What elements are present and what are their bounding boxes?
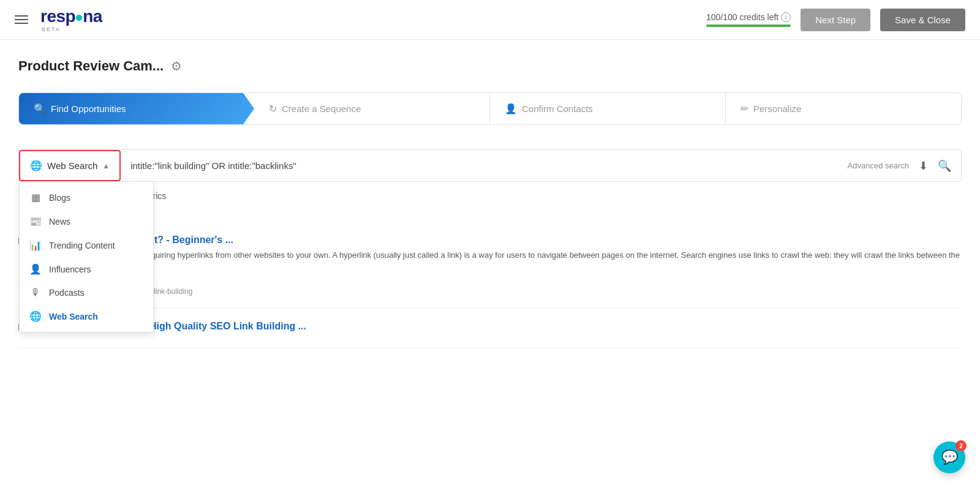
- search-type-wrapper: 🌐 Web Search ▲ ▦ Blogs 📰 News 📊: [19, 150, 121, 181]
- credits-container: 100/100 credits left i: [706, 12, 791, 27]
- find-opportunities-label: Find Opportunities: [51, 103, 126, 114]
- search-type-globe-icon: 🌐: [30, 160, 42, 171]
- result-content: ding & Why Is It Important? - Beginner's…: [36, 235, 962, 296]
- news-icon: 📰: [29, 216, 42, 227]
- dropdown-item-influencers[interactable]: 👤 Influencers: [20, 257, 153, 281]
- search-input[interactable]: [121, 152, 837, 179]
- step-confirm-contacts[interactable]: 👤 Confirm Contacts: [490, 93, 726, 124]
- trending-icon: 📊: [29, 239, 42, 251]
- download-button[interactable]: ⬇: [919, 159, 928, 173]
- news-label: News: [49, 217, 70, 227]
- hamburger-menu[interactable]: [15, 15, 28, 24]
- result-item: ding & Why Is It Important? - Beginner's…: [18, 222, 962, 309]
- header: respna BETA 100/100 credits left i Next …: [0, 0, 980, 40]
- filter-row: F + Add Filter SEO Metrics: [18, 182, 962, 210]
- podcasts-label: Podcasts: [49, 288, 85, 298]
- settings-icon[interactable]: ⚙: [171, 59, 182, 73]
- step-personalize[interactable]: ✏ Personalize: [726, 93, 961, 124]
- chat-badge: 2: [956, 440, 967, 451]
- result-title[interactable]: Link Building Services | High Quality SE…: [36, 321, 962, 332]
- create-sequence-label: Create a Sequence: [282, 103, 361, 114]
- confirm-contacts-label: Confirm Contacts: [522, 103, 593, 114]
- logo-dot: [76, 15, 82, 21]
- chat-bubble[interactable]: 💬 2: [933, 441, 965, 473]
- dropdown-item-blogs[interactable]: ▦ Blogs: [20, 186, 153, 209]
- search-type-chevron-icon: ▲: [102, 162, 110, 170]
- credits-bar: [706, 24, 791, 27]
- header-right: 100/100 credits left i Next Step Save & …: [706, 9, 965, 31]
- dropdown-item-web-search[interactable]: 🌐 Web Search: [20, 304, 153, 328]
- search-row: 🌐 Web Search ▲ ▦ Blogs 📰 News 📊: [18, 149, 962, 182]
- search-type-dropdown: ▦ Blogs 📰 News 📊 Trending Content 👤 Infl…: [19, 181, 154, 332]
- next-step-button[interactable]: Next Step: [801, 9, 870, 31]
- credits-info-icon[interactable]: i: [781, 12, 791, 22]
- step-bar: 🔍 Find Opportunities ↻ Create a Sequence…: [18, 92, 962, 125]
- podcasts-icon: 🎙: [29, 287, 42, 298]
- result-description: Link building is the process of acquirin…: [36, 249, 962, 275]
- logo: respna BETA: [40, 7, 102, 32]
- page-title-row: Product Review Cam... ⚙: [18, 58, 962, 74]
- chat-icon: 💬: [941, 449, 958, 465]
- result-url[interactable]: https://moz.com/beginners-guide-to-link-…: [36, 287, 962, 296]
- web-search-icon: 🌐: [29, 310, 42, 322]
- credits-label: 100/100 credits left: [706, 12, 778, 22]
- personalize-icon: ✏: [741, 103, 748, 114]
- web-search-label: Web Search: [49, 312, 98, 321]
- search-type-button[interactable]: 🌐 Web Search ▲: [19, 150, 121, 181]
- save-close-button[interactable]: Save & Close: [880, 9, 965, 31]
- confirm-contacts-icon: 👤: [505, 103, 517, 114]
- logo-text: respna: [40, 7, 102, 26]
- dropdown-item-trending[interactable]: 📊 Trending Content: [20, 233, 153, 257]
- page-title: Product Review Cam...: [18, 58, 164, 74]
- result-content: Link Building Services | High Quality SE…: [36, 321, 962, 336]
- logo-beta: BETA: [42, 26, 61, 32]
- search-area: 🌐 Web Search ▲ ▦ Blogs 📰 News 📊: [18, 149, 962, 210]
- search-actions: Advanced search ⬇ 🔍: [838, 159, 961, 173]
- influencers-icon: 👤: [29, 263, 42, 275]
- result-indexed: Indexed: Thu Feb 04 2021: [36, 279, 962, 287]
- blogs-label: Blogs: [49, 193, 70, 203]
- influencers-label: Influencers: [49, 265, 91, 274]
- dropdown-item-news[interactable]: 📰 News: [20, 209, 153, 233]
- step-create-sequence[interactable]: ↻ Create a Sequence: [254, 93, 490, 124]
- blogs-icon: ▦: [29, 192, 42, 203]
- search-button[interactable]: 🔍: [938, 159, 951, 173]
- results-area: ding & Why Is It Important? - Beginner's…: [18, 222, 962, 348]
- header-left: respna BETA: [15, 7, 102, 32]
- dropdown-item-podcasts[interactable]: 🎙 Podcasts: [20, 281, 153, 304]
- trending-label: Trending Content: [49, 241, 115, 250]
- personalize-label: Personalize: [753, 103, 801, 114]
- step-find-opportunities[interactable]: 🔍 Find Opportunities: [19, 93, 254, 124]
- find-opportunities-icon: 🔍: [34, 103, 46, 114]
- credits-bar-fill: [706, 24, 791, 27]
- result-title[interactable]: ding & Why Is It Important? - Beginner's…: [36, 235, 962, 246]
- credits-text: 100/100 credits left i: [706, 12, 791, 22]
- result-item: Link Building Services | High Quality SE…: [18, 309, 962, 348]
- search-type-label: Web Search: [47, 160, 97, 171]
- create-sequence-icon: ↻: [269, 103, 277, 114]
- advanced-search-link[interactable]: Advanced search: [848, 161, 909, 170]
- main-content: Product Review Cam... ⚙ 🔍 Find Opportuni…: [0, 40, 980, 488]
